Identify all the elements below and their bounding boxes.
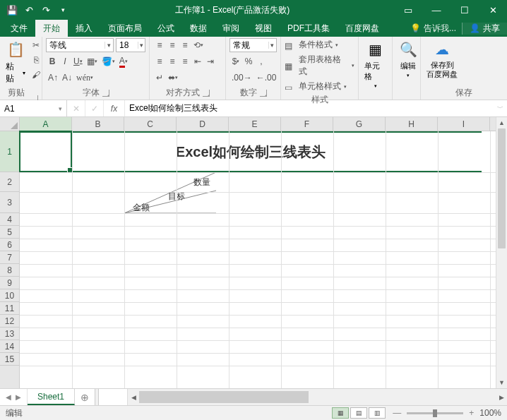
hscroll-thumb[interactable]: [139, 391, 309, 403]
font-launcher[interactable]: [102, 90, 109, 97]
align-bottom-button[interactable]: ≡: [179, 38, 191, 52]
ribbon-options-icon[interactable]: ▭: [394, 0, 422, 20]
tab-file[interactable]: 文件: [3, 20, 35, 37]
col-header-C[interactable]: C: [124, 117, 177, 131]
scroll-left-button[interactable]: ◀: [128, 394, 139, 401]
conditional-format-button[interactable]: ▤条件格式▾: [285, 38, 338, 52]
font-name-combo[interactable]: ▾: [46, 38, 114, 52]
row-header-15[interactable]: 15: [0, 353, 19, 366]
page-layout-view-button[interactable]: ▤: [350, 407, 367, 419]
increase-decimal-button[interactable]: .00→: [229, 71, 254, 85]
row-header-3[interactable]: 3: [0, 192, 19, 213]
col-header-A[interactable]: A: [20, 117, 72, 131]
font-size-combo[interactable]: ▾: [116, 38, 145, 52]
row-header-5[interactable]: 5: [0, 226, 19, 239]
row-header-11[interactable]: 11: [0, 302, 19, 315]
worksheet-grid[interactable]: ABCDEFGHI 123456789101112131415 Excel如何绘…: [0, 117, 507, 388]
tab-page-layout[interactable]: 页面布局: [100, 20, 150, 37]
tab-view[interactable]: 视图: [247, 20, 280, 37]
align-top-button[interactable]: ≡: [153, 38, 166, 52]
sheet-next-icon[interactable]: ▶: [14, 393, 23, 401]
tab-home[interactable]: 开始: [35, 20, 68, 37]
decrease-decimal-button[interactable]: ←.00: [254, 71, 279, 85]
vertical-scrollbar[interactable]: ▲ ▼: [496, 117, 507, 388]
align-right-button[interactable]: ≡: [179, 54, 191, 68]
editing-button[interactable]: 🔍编辑▾: [396, 38, 420, 80]
sheet-nav[interactable]: ◀▶: [0, 389, 28, 405]
col-header-F[interactable]: F: [281, 117, 333, 131]
row-header-12[interactable]: 12: [0, 315, 19, 328]
row-header-10[interactable]: 10: [0, 289, 19, 302]
row-header-6[interactable]: 6: [0, 239, 19, 251]
underline-button[interactable]: U▾: [71, 54, 85, 68]
enter-formula-button[interactable]: ✓: [85, 100, 104, 116]
align-center-button[interactable]: ≡: [166, 54, 179, 68]
wrap-text-button[interactable]: ↵: [153, 71, 166, 85]
save-icon[interactable]: 💾: [4, 2, 20, 18]
orientation-button[interactable]: ⟲▾: [191, 38, 205, 52]
normal-view-button[interactable]: ▦: [332, 407, 349, 419]
col-header-B[interactable]: B: [72, 117, 124, 131]
scroll-right-button[interactable]: ▶: [496, 394, 507, 401]
row-header-8[interactable]: 8: [0, 264, 19, 277]
number-format-combo[interactable]: ▾: [229, 38, 277, 52]
sheet-tab-1[interactable]: Sheet1: [28, 389, 75, 405]
scroll-up-button[interactable]: ▲: [496, 117, 507, 128]
comma-button[interactable]: ,: [255, 54, 268, 68]
qat-customize-icon[interactable]: ▾: [55, 2, 71, 18]
zoom-out-button[interactable]: —: [393, 408, 401, 418]
phonetic-button[interactable]: wén▾: [74, 71, 95, 85]
close-button[interactable]: ✕: [479, 0, 507, 20]
row-header-7[interactable]: 7: [0, 251, 19, 264]
cut-button[interactable]: ✂: [30, 38, 42, 52]
alignment-launcher[interactable]: [203, 90, 210, 97]
tell-me-search[interactable]: 💡告诉我...: [405, 23, 462, 35]
align-middle-button[interactable]: ≡: [166, 38, 179, 52]
merged-title-cell[interactable]: Excel如何绘制三线表头: [20, 131, 482, 172]
font-size-input[interactable]: [117, 40, 138, 50]
border-button[interactable]: ▦▾: [85, 54, 100, 68]
zoom-slider[interactable]: [407, 412, 463, 414]
increase-indent-button[interactable]: ⇥: [204, 54, 217, 68]
number-launcher[interactable]: [260, 90, 267, 97]
tab-pdf-tools[interactable]: PDF工具集: [280, 20, 338, 37]
minimize-button[interactable]: —: [422, 0, 451, 20]
row-header-4[interactable]: 4: [0, 213, 19, 226]
format-painter-button[interactable]: 🖌: [30, 68, 42, 82]
cell-styles-button[interactable]: ▭单元格样式▾: [285, 80, 347, 93]
tab-data[interactable]: 数据: [182, 20, 215, 37]
col-header-G[interactable]: G: [333, 117, 386, 131]
tab-insert[interactable]: 插入: [68, 20, 100, 37]
select-all-corner[interactable]: [0, 117, 20, 131]
fill-color-button[interactable]: 🪣▾: [100, 54, 117, 68]
tab-review[interactable]: 审阅: [215, 20, 247, 37]
new-sheet-button[interactable]: ⊕: [75, 389, 95, 405]
sheet-prev-icon[interactable]: ◀: [4, 393, 13, 401]
col-header-E[interactable]: E: [229, 117, 281, 131]
copy-button[interactable]: ⎘: [30, 53, 42, 67]
zoom-level[interactable]: 100%: [479, 408, 501, 418]
accounting-button[interactable]: $▾: [229, 54, 242, 68]
col-header-D[interactable]: D: [177, 117, 229, 131]
merge-button[interactable]: ⬌▾: [166, 71, 180, 85]
name-box-dropdown[interactable]: ▾: [56, 105, 62, 112]
italic-button[interactable]: I: [59, 54, 71, 68]
row-header-9[interactable]: 9: [0, 277, 19, 289]
horizontal-scrollbar[interactable]: ◀ ▶: [127, 389, 507, 405]
formula-input[interactable]: [129, 104, 489, 114]
tab-baidu-drive[interactable]: 百度网盘: [338, 20, 387, 37]
row-header-1[interactable]: 1: [0, 131, 19, 172]
col-header-I[interactable]: I: [438, 117, 490, 131]
formula-bar[interactable]: [125, 103, 493, 114]
grow-font-button[interactable]: A↑: [46, 71, 60, 85]
tab-scroll-splitter[interactable]: [95, 389, 99, 405]
font-color-button[interactable]: A▾: [117, 54, 130, 68]
save-to-baidu-button[interactable]: ☁保存到 百度网盘: [424, 38, 460, 80]
number-format-input[interactable]: [230, 40, 268, 50]
percent-button[interactable]: %: [242, 54, 255, 68]
font-name-input[interactable]: [47, 40, 105, 50]
name-box-input[interactable]: [4, 104, 56, 114]
cells-button[interactable]: ▦单元格▾: [362, 38, 388, 90]
col-header-H[interactable]: H: [386, 117, 438, 131]
bold-button[interactable]: B: [46, 54, 59, 68]
